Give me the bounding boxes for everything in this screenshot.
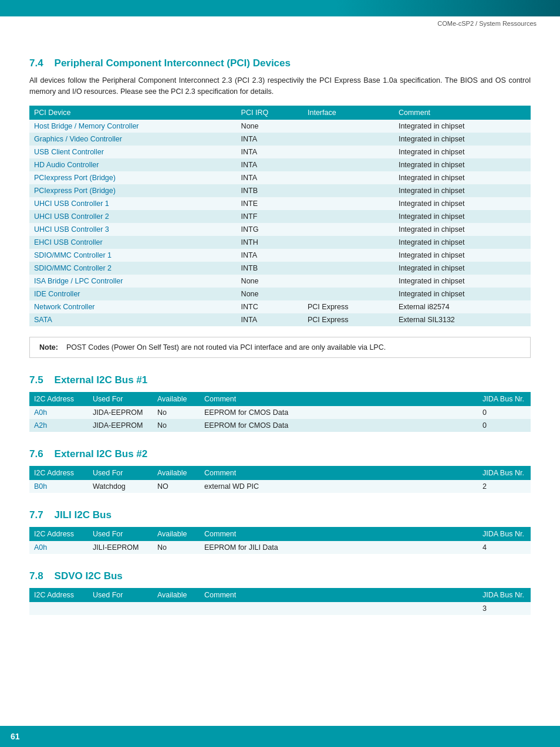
i2c-7-6-col-jida: JIDA Bus Nr.	[478, 466, 531, 480]
section-7-8-title: SDVO I2C Bus	[55, 570, 123, 582]
pci-cell: None	[237, 120, 303, 133]
section-7-6-title: External I2C Bus #2	[55, 448, 148, 459]
i2c-7-8-col-used: Used For	[88, 588, 153, 602]
i2c-table-7-8: I2C Address Used For Available Comment J…	[29, 588, 531, 615]
pci-cell: HD Audio Controller	[29, 158, 237, 171]
i2c-7-8-col-comment: Comment	[200, 588, 478, 602]
pci-cell: PCIexpress Port (Bridge)	[29, 171, 237, 184]
i2c-cell	[200, 602, 478, 615]
pci-cell: INTA	[237, 313, 303, 326]
pci-cell: IDE Controller	[29, 288, 237, 300]
i2c-cell	[88, 602, 153, 615]
i2c-cell	[153, 602, 200, 615]
section-7-4-title: Peripheral Component Interconnect (PCI) …	[55, 58, 291, 69]
page-number: 61	[11, 732, 20, 741]
pci-cell: PCI Express	[303, 313, 394, 326]
i2c-7-5-col-used: Used For	[88, 392, 153, 406]
i2c-cell: B0h	[29, 480, 88, 493]
section-7-6-number: 7.6	[29, 448, 43, 459]
pci-cell: SDIO/MMC Controller 2	[29, 262, 237, 275]
i2c-cell: A0h	[29, 541, 88, 554]
i2c-cell: No	[153, 419, 200, 432]
pci-cell: Integrated in chipset	[394, 146, 531, 158]
section-7-5-title: External I2C Bus #1	[55, 374, 148, 386]
i2c-7-8-col-jida: JIDA Bus Nr.	[478, 588, 531, 602]
i2c-cell: 2	[478, 480, 531, 493]
section-7-4: 7.4 Peripheral Component Interconnect (P…	[29, 58, 531, 358]
pci-cell: USB Client Controller	[29, 146, 237, 158]
i2c-cell: Watchdog	[88, 480, 153, 493]
i2c-7-8-col-addr: I2C Address	[29, 588, 88, 602]
pci-cell: INTA	[237, 249, 303, 262]
pci-cell: INTC	[237, 300, 303, 313]
i2c-cell: EEPROM for CMOS Data	[200, 406, 478, 419]
pci-cell: None	[237, 288, 303, 300]
table-row: Network ControllerINTCPCI ExpressExterna…	[29, 300, 531, 313]
table-row: IDE ControllerNoneIntegrated in chipset	[29, 288, 531, 300]
pci-cell: Host Bridge / Memory Controller	[29, 120, 237, 133]
pci-cell: Integrated in chipset	[394, 197, 531, 210]
pci-cell	[303, 223, 394, 236]
table-row: ISA Bridge / LPC ControllerNoneIntegrate…	[29, 275, 531, 288]
i2c-7-8-header-row: I2C Address Used For Available Comment J…	[29, 588, 531, 602]
table-row: PCIexpress Port (Bridge)INTAIntegrated i…	[29, 171, 531, 184]
pci-cell: Integrated in chipset	[394, 236, 531, 249]
pci-cell: SATA	[29, 313, 237, 326]
pci-cell	[303, 210, 394, 223]
i2c-cell	[29, 602, 88, 615]
i2c-cell: 3	[478, 602, 531, 615]
i2c-table-7-5: I2C Address Used For Available Comment J…	[29, 392, 531, 432]
pci-cell: None	[237, 275, 303, 288]
pci-cell	[303, 262, 394, 275]
table-row: SATAINTAPCI ExpressExternal SIL3132	[29, 313, 531, 326]
table-row: UHCI USB Controller 2INTFIntegrated in c…	[29, 210, 531, 223]
section-7-4-intro: All devices follow the Peripheral Compon…	[29, 75, 531, 97]
i2c-7-6-col-addr: I2C Address	[29, 466, 88, 480]
i2c-7-7-col-jida: JIDA Bus Nr.	[478, 527, 531, 541]
pci-cell: Integrated in chipset	[394, 288, 531, 300]
table-row: SDIO/MMC Controller 1INTAIntegrated in c…	[29, 249, 531, 262]
section-7-8: 7.8 SDVO I2C Bus I2C Address Used For Av…	[29, 570, 531, 615]
table-row: HD Audio ControllerINTAIntegrated in chi…	[29, 158, 531, 171]
pci-cell: PCI Express	[303, 300, 394, 313]
pci-table: PCI Device PCI IRQ Interface Comment Hos…	[29, 106, 531, 326]
section-7-8-heading: 7.8 SDVO I2C Bus	[29, 570, 531, 582]
pci-cell: INTB	[237, 184, 303, 197]
pci-cell: INTH	[237, 236, 303, 249]
table-row: A2hJIDA-EEPROMNoEEPROM for CMOS Data0	[29, 419, 531, 432]
pci-cell: Integrated in chipset	[394, 171, 531, 184]
pci-col-irq: PCI IRQ	[237, 106, 303, 120]
i2c-7-7-col-addr: I2C Address	[29, 527, 88, 541]
i2c-cell: EEPROM for CMOS Data	[200, 419, 478, 432]
i2c-7-8-col-avail: Available	[153, 588, 200, 602]
pci-cell	[303, 120, 394, 133]
table-row: UHCI USB Controller 3INTGIntegrated in c…	[29, 223, 531, 236]
section-7-7-title: JILI I2C Bus	[55, 509, 112, 520]
table-row: SDIO/MMC Controller 2INTBIntegrated in c…	[29, 262, 531, 275]
i2c-cell: 0	[478, 406, 531, 419]
pci-cell	[303, 275, 394, 288]
section-7-7-number: 7.7	[29, 509, 43, 520]
i2c-cell: 4	[478, 541, 531, 554]
pci-cell: Integrated in chipset	[394, 133, 531, 146]
pci-cell: Network Controller	[29, 300, 237, 313]
pci-cell: Integrated in chipset	[394, 158, 531, 171]
table-row: USB Client ControllerINTAIntegrated in c…	[29, 146, 531, 158]
pci-col-interface: Interface	[303, 106, 394, 120]
section-7-5-heading: 7.5 External I2C Bus #1	[29, 374, 531, 386]
pci-cell: Integrated in chipset	[394, 120, 531, 133]
pci-cell: Integrated in chipset	[394, 275, 531, 288]
i2c-cell: external WD PIC	[200, 480, 478, 493]
i2c-cell: 0	[478, 419, 531, 432]
table-row: Host Bridge / Memory ControllerNoneInteg…	[29, 120, 531, 133]
section-7-7: 7.7 JILI I2C Bus I2C Address Used For Av…	[29, 509, 531, 554]
i2c-7-6-col-avail: Available	[153, 466, 200, 480]
table-row: UHCI USB Controller 1INTEIntegrated in c…	[29, 197, 531, 210]
top-bar	[0, 0, 560, 16]
i2c-cell: A0h	[29, 406, 88, 419]
i2c-cell: JIDA-EEPROM	[88, 419, 153, 432]
i2c-7-5-col-addr: I2C Address	[29, 392, 88, 406]
i2c-cell: No	[153, 406, 200, 419]
pci-cell: INTE	[237, 197, 303, 210]
table-row: EHCI USB ControllerINTHIntegrated in chi…	[29, 236, 531, 249]
